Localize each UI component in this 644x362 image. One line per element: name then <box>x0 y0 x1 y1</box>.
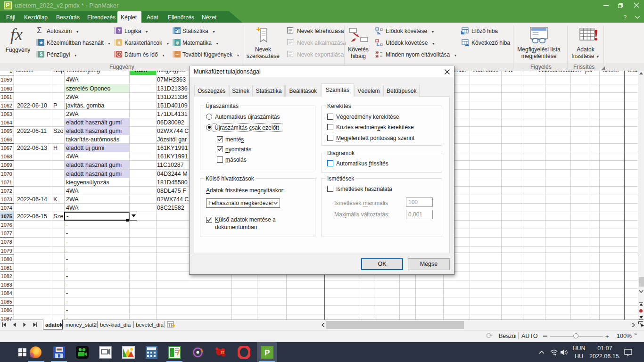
svg-text:?: ? <box>118 28 121 33</box>
svg-text:φ: φ <box>176 40 179 45</box>
svg-text:★: ★ <box>39 40 43 45</box>
svg-text:P: P <box>264 348 270 357</box>
svg-text:$: $ <box>40 51 43 57</box>
svg-text:32: 32 <box>221 351 224 354</box>
svg-text:a: a <box>118 40 121 45</box>
